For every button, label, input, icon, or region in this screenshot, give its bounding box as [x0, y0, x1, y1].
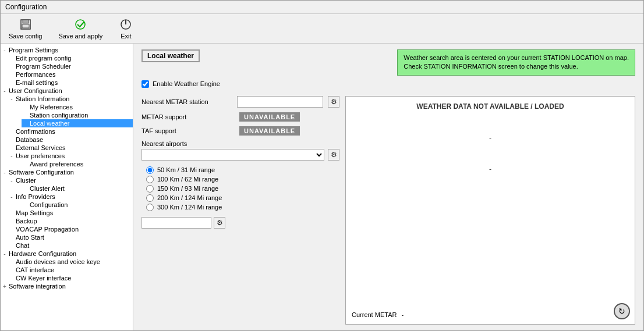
sidebar-item-software-integration[interactable]: + Software integration	[1, 282, 133, 290]
info-box: Weather search area is centered on your …	[397, 49, 635, 76]
save-apply-label: Save and apply	[58, 33, 102, 40]
sidebar-item-performances[interactable]: Performances	[8, 70, 133, 79]
refresh-button[interactable]: ↻	[614, 303, 630, 319]
sidebar-item-auto-start[interactable]: Auto Start	[8, 233, 133, 241]
sidebar-item-user-configuration[interactable]: - User Configuration	[1, 87, 133, 95]
airport-input-gear-button[interactable]: ⚙	[214, 217, 225, 229]
sidebar-item-database[interactable]: Database	[8, 136, 133, 144]
svg-point-3	[76, 20, 85, 29]
range-50-radio[interactable]	[146, 166, 154, 174]
save-apply-button[interactable]: Save and apply	[55, 16, 106, 41]
user-configuration-children: - Station Information My References Stat…	[1, 95, 133, 168]
sidebar-item-external-services[interactable]: External Services	[8, 144, 133, 152]
section-title: Local weather	[141, 49, 200, 62]
program-settings-label: Program Settings	[9, 47, 58, 54]
main-content: - Program Settings Edit program config P…	[1, 44, 643, 330]
range-300-radio[interactable]	[146, 204, 154, 211]
sidebar-item-award-preferences[interactable]: Award preferences	[22, 160, 133, 168]
current-metar-row: Current METAR -	[352, 305, 629, 318]
window-title: Configuration	[5, 3, 47, 11]
sidebar-item-backup[interactable]: Backup	[8, 217, 133, 225]
metar-support-label: METAR support	[141, 113, 235, 120]
sidebar-item-voacap[interactable]: VOACAP Propagation	[8, 225, 133, 233]
save-apply-icon	[73, 17, 87, 31]
taf-support-label: TAF support	[141, 127, 235, 134]
hardware-configuration-children: Audio devices and voice keye CAT interfa…	[1, 258, 133, 282]
refresh-icon: ↻	[618, 307, 625, 316]
local-weather-label: Local weather	[30, 120, 70, 127]
range-150-label: 150 Km / 93 Mi range	[157, 185, 218, 192]
top-row: Local weather Weather search area is cen…	[141, 49, 635, 76]
current-metar-label: Current METAR	[352, 311, 397, 318]
right-panel: Local weather Weather search area is cen…	[133, 44, 643, 330]
enable-weather-checkbox[interactable]	[141, 80, 149, 88]
nearest-airports-section: Nearest airports ⚙	[141, 140, 339, 162]
sidebar-item-email-settings[interactable]: E-mail settings	[8, 79, 133, 87]
sidebar-item-station-information[interactable]: - Station Information	[8, 95, 133, 103]
sidebar-item-user-preferences[interactable]: - User preferences	[8, 152, 133, 160]
sidebar-item-audio-devices[interactable]: Audio devices and voice keye	[8, 258, 133, 266]
exit-icon	[119, 17, 133, 31]
taf-status-badge: UNAVAILABLE	[239, 126, 300, 136]
enable-weather-row: Enable Weather Engine	[141, 80, 635, 88]
airports-select[interactable]	[141, 149, 324, 161]
content-area: Nearest METAR station ⚙ METAR support UN…	[141, 96, 635, 325]
station-information-children: My References Station configuration Loca…	[8, 103, 133, 127]
sidebar-item-station-configuration[interactable]: Station configuration	[22, 111, 133, 119]
toolbar: Save config Save and apply Exit	[1, 14, 643, 44]
exit-label: Exit	[121, 33, 131, 40]
sidebar-item-hardware-configuration[interactable]: - Hardware Configuration	[1, 250, 133, 258]
sidebar-item-map-settings[interactable]: Map Settings	[8, 209, 133, 217]
weather-panel: WEATHER DATA NOT AVAILABLE / LOADED - - …	[345, 96, 635, 325]
sidebar-item-cluster[interactable]: - Cluster	[8, 176, 133, 184]
enable-weather-label: Enable Weather Engine	[153, 80, 220, 87]
nearest-airports-label: Nearest airports	[141, 140, 339, 147]
airports-gear-button[interactable]: ⚙	[328, 149, 339, 161]
sidebar-item-my-references[interactable]: My References	[22, 103, 133, 111]
nearest-metar-input[interactable]	[237, 96, 323, 108]
save-config-button[interactable]: Save config	[5, 16, 45, 41]
sidebar-item-edit-program-config[interactable]: Edit program config	[8, 54, 133, 62]
range-radio-group: 50 Km / 31 Mi range 100 Km / 62 Mi range…	[146, 166, 339, 211]
range-300-row: 300 Km / 124 Mi range	[146, 204, 339, 211]
range-200-label: 200 Km / 124 Mi range	[157, 194, 222, 201]
range-100-radio[interactable]	[146, 176, 154, 183]
range-150-radio[interactable]	[146, 185, 154, 193]
weather-dash-1: -	[352, 134, 629, 142]
title-bar: Configuration	[1, 1, 643, 14]
sidebar-item-program-settings[interactable]: - Program Settings	[1, 46, 133, 54]
sidebar-item-software-configuration[interactable]: - Software Configuration	[1, 168, 133, 176]
program-settings-children: Edit program config Program Scheduler Pe…	[1, 54, 133, 87]
tree-root: - Program Settings Edit program config P…	[1, 44, 133, 293]
main-window: Configuration Save config Save and apply	[0, 0, 644, 331]
cluster-children: Cluster Alert	[8, 184, 133, 193]
info-box-text: Weather search area is centered on your …	[404, 54, 629, 70]
sidebar-item-info-providers-config[interactable]: Configuration	[22, 201, 133, 209]
airport-text-input[interactable]	[141, 217, 211, 229]
nearest-metar-label: Nearest METAR station	[141, 98, 232, 105]
software-configuration-children: - Cluster Cluster Alert - Info Providers	[1, 176, 133, 250]
user-preferences-children: Award preferences	[8, 160, 133, 168]
sidebar-item-cat-interface[interactable]: CAT interface	[8, 266, 133, 274]
nearest-metar-row: Nearest METAR station ⚙	[141, 96, 339, 108]
airports-select-row: ⚙	[141, 149, 339, 161]
airport-input-row: ⚙	[141, 217, 339, 229]
sidebar-item-info-providers[interactable]: - Info Providers	[8, 193, 133, 201]
metar-support-row: METAR support UNAVAILABLE	[141, 112, 339, 122]
sidebar-item-local-weather[interactable]: Local weather	[22, 119, 133, 127]
range-300-label: 300 Km / 124 Mi range	[157, 204, 222, 211]
sidebar-item-cw-keyer[interactable]: CW Keyer interface	[8, 274, 133, 282]
nearest-metar-gear-button[interactable]: ⚙	[328, 96, 339, 108]
info-providers-children: Configuration	[8, 201, 133, 209]
current-metar-value: -	[401, 311, 404, 318]
range-200-row: 200 Km / 124 Mi range	[146, 194, 339, 202]
range-200-radio[interactable]	[146, 194, 154, 202]
weather-not-available-text: WEATHER DATA NOT AVAILABLE / LOADED	[352, 102, 629, 111]
sidebar-item-cluster-alert[interactable]: Cluster Alert	[22, 184, 133, 193]
exit-button[interactable]: Exit	[115, 16, 136, 41]
sidebar-item-chat[interactable]: Chat	[8, 241, 133, 250]
sidebar-item-program-scheduler[interactable]: Program Scheduler	[8, 62, 133, 70]
left-form: Nearest METAR station ⚙ METAR support UN…	[141, 96, 339, 325]
svg-rect-1	[23, 20, 29, 23]
sidebar-item-confirmations[interactable]: Confirmations	[8, 127, 133, 136]
